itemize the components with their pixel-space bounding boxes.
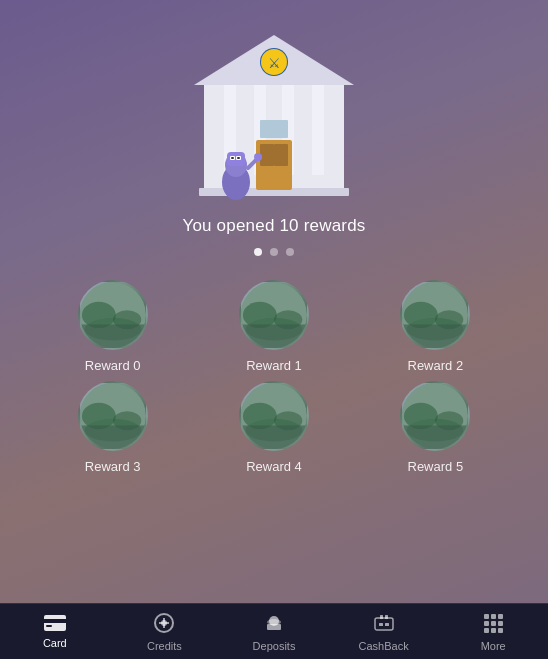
reward-label-3: Reward 3 xyxy=(85,459,141,474)
dot-3 xyxy=(286,248,294,256)
reward-item-2[interactable]: Reward 2 xyxy=(363,280,508,373)
svg-point-57 xyxy=(161,620,167,626)
tab-card-label: Card xyxy=(43,637,67,649)
svg-rect-32 xyxy=(241,324,307,348)
svg-point-50 xyxy=(404,403,438,429)
svg-rect-19 xyxy=(231,157,234,159)
tab-cashback[interactable]: CashBack xyxy=(329,604,439,659)
reward-circle-3 xyxy=(78,381,148,451)
building-illustration: ⚔ xyxy=(174,20,374,200)
svg-rect-66 xyxy=(484,614,489,619)
tab-card[interactable]: Card xyxy=(0,604,110,659)
deposits-icon xyxy=(263,612,285,637)
svg-point-35 xyxy=(404,302,438,328)
svg-rect-9 xyxy=(274,144,288,166)
tab-credits[interactable]: Credits xyxy=(110,604,220,659)
tab-credits-label: Credits xyxy=(147,640,182,652)
main-content: ⚔ You opened 10 rewards xyxy=(0,0,548,603)
svg-point-45 xyxy=(243,403,277,429)
svg-point-30 xyxy=(243,302,277,328)
reward-item-1[interactable]: Reward 1 xyxy=(201,280,346,373)
tab-bar: Card Credits Deposits xyxy=(0,603,548,659)
reward-label-2: Reward 2 xyxy=(408,358,464,373)
svg-rect-37 xyxy=(402,324,468,348)
svg-rect-54 xyxy=(44,619,66,623)
more-icon xyxy=(482,612,504,637)
svg-rect-60 xyxy=(267,624,281,630)
tab-cashback-label: CashBack xyxy=(359,640,409,652)
tab-more[interactable]: More xyxy=(438,604,548,659)
reward-circle-1 xyxy=(239,280,309,350)
svg-rect-62 xyxy=(380,615,383,619)
reward-circle-0 xyxy=(78,280,148,350)
reward-text: You opened 10 rewards xyxy=(182,216,365,236)
reward-circle-2 xyxy=(400,280,470,350)
svg-point-40 xyxy=(82,403,116,429)
reward-circle-5 xyxy=(400,381,470,451)
reward-item-3[interactable]: Reward 3 xyxy=(40,381,185,474)
reward-item-5[interactable]: Reward 5 xyxy=(363,381,508,474)
reward-circle-4 xyxy=(239,381,309,451)
reward-label-1: Reward 1 xyxy=(246,358,302,373)
card-icon xyxy=(44,614,66,634)
svg-rect-71 xyxy=(498,621,503,626)
svg-rect-69 xyxy=(484,621,489,626)
svg-rect-55 xyxy=(46,625,52,627)
svg-text:⚔: ⚔ xyxy=(268,55,281,71)
svg-rect-10 xyxy=(260,120,288,138)
svg-rect-63 xyxy=(385,615,388,619)
svg-rect-47 xyxy=(241,425,307,449)
credits-icon xyxy=(153,612,175,637)
pagination-dots xyxy=(254,248,294,256)
reward-label-4: Reward 4 xyxy=(246,459,302,474)
svg-rect-72 xyxy=(484,628,489,633)
svg-rect-8 xyxy=(260,144,274,166)
tab-deposits[interactable]: Deposits xyxy=(219,604,329,659)
reward-label-0: Reward 0 xyxy=(85,358,141,373)
svg-rect-74 xyxy=(498,628,503,633)
reward-label-5: Reward 5 xyxy=(408,459,464,474)
svg-rect-52 xyxy=(402,425,468,449)
dot-1 xyxy=(254,248,262,256)
reward-item-0[interactable]: Reward 0 xyxy=(40,280,185,373)
svg-rect-67 xyxy=(491,614,496,619)
rewards-grid: Reward 0 Reward 1 xyxy=(0,280,548,474)
svg-point-22 xyxy=(254,153,262,161)
svg-rect-65 xyxy=(385,623,389,626)
tab-deposits-label: Deposits xyxy=(253,640,296,652)
svg-rect-20 xyxy=(237,157,240,159)
svg-rect-64 xyxy=(379,623,383,626)
svg-rect-70 xyxy=(491,621,496,626)
svg-rect-73 xyxy=(491,628,496,633)
svg-rect-61 xyxy=(375,618,393,630)
tab-more-label: More xyxy=(481,640,506,652)
dot-2 xyxy=(270,248,278,256)
svg-rect-27 xyxy=(80,324,146,348)
svg-point-25 xyxy=(82,302,116,328)
svg-rect-5 xyxy=(312,85,324,175)
svg-rect-42 xyxy=(80,425,146,449)
reward-item-4[interactable]: Reward 4 xyxy=(201,381,346,474)
svg-rect-68 xyxy=(498,614,503,619)
cashback-icon xyxy=(373,612,395,637)
